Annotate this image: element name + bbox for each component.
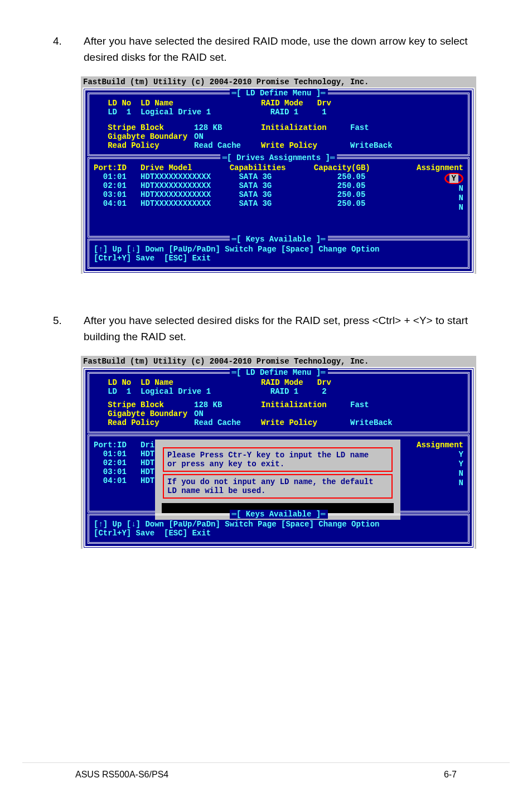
- init-val: Fast: [350, 400, 369, 409]
- instruction-step-4: 4. After you have selected the desired R…: [0, 33, 532, 76]
- ld-define-section: ═[ LD Define Menu ]═ LD No LD Name RAID …: [88, 372, 470, 433]
- ld-define-section: ═[ LD Define Menu ]═ LD No LD Name RAID …: [88, 93, 470, 156]
- drives-header: Port:ID Drive Model Capabilities Capacit…: [94, 163, 463, 172]
- footer-product: ASUS RS500A-S6/PS4: [75, 770, 168, 780]
- raid-value: RAID 1 2: [261, 387, 327, 396]
- write-val: WriteBack: [350, 418, 393, 427]
- step-text: After you have selected desired disks fo…: [84, 313, 479, 345]
- assignment: Y: [417, 460, 463, 469]
- section-title: ═[ Keys Available ]═: [229, 235, 327, 244]
- assignment: N: [417, 194, 463, 203]
- ld-name-prompt-dialog[interactable]: Please Press Ctr-Y key to input the LD n…: [155, 439, 400, 520]
- step-number: 4.: [53, 33, 84, 65]
- ld-header-left: LD No LD Name: [94, 378, 261, 387]
- bios-title: FastBuild (tm) Utility (c) 2004-2010 Pro…: [81, 76, 476, 88]
- read-label: Read Policy: [94, 141, 194, 150]
- drives-section: Port:ID Dri 01:01 HDT 02:01 HDT 03:01 HD…: [88, 434, 470, 513]
- bios-screenshot-2: FastBuild (tm) Utility (c) 2004-2010 Pro…: [81, 356, 476, 549]
- prompt-line: or press any key to exit.: [167, 460, 388, 468]
- keys-line: [↑] Up [↓] Down [PaUp/PaDn] Switch Page …: [94, 245, 463, 254]
- ld-row: LD 1 Logical Drive 1: [94, 108, 261, 117]
- read-label: Read Policy: [94, 418, 194, 427]
- assignment: N: [417, 469, 463, 479]
- gig-label: Gigabyte Boundary: [94, 132, 194, 141]
- keys-line: [↑] Up [↓] Down [PaUp/PaDn] Switch Page …: [94, 520, 463, 529]
- drive-row: 02:01 HDTXXXXXXXXXXXX SATA 3G 250.05: [94, 181, 463, 190]
- ld-header-left: LD No LD Name: [94, 99, 261, 108]
- drives-section: ═[ Drives Assignments ]═ Port:ID Drive M…: [88, 157, 470, 238]
- step-number: 5.: [53, 313, 84, 345]
- section-title: ═[ LD Define Menu ]═: [229, 368, 327, 377]
- init-label: Initialization: [261, 123, 350, 132]
- write-val: WriteBack: [350, 141, 393, 150]
- drive-row: 01:01 HDTXXXXXXXXXXXX SATA 3G 250.05: [94, 172, 463, 181]
- bios-screenshot-1: FastBuild (tm) Utility (c) 2004-2010 Pro…: [81, 76, 476, 274]
- page-footer: ASUS RS500A-S6/PS4 6-7: [22, 762, 510, 780]
- assignment-highlighted[interactable]: Y: [444, 173, 463, 184]
- gig-val: ON: [194, 132, 204, 141]
- instruction-step-5: 5. After you have selected desired disks…: [0, 313, 532, 356]
- keys-section: ═[ Keys Available ]═ [↑] Up [↓] Down [Pa…: [88, 514, 470, 544]
- step-text: After you have selected the desired RAID…: [84, 33, 479, 65]
- gig-label: Gigabyte Boundary: [94, 409, 194, 418]
- init-label: Initialization: [261, 400, 350, 409]
- init-val: Fast: [350, 123, 369, 132]
- stripe-val: 128 KB: [194, 123, 261, 132]
- footer-page: 6-7: [444, 770, 457, 780]
- section-title: ═[ Keys Available ]═: [229, 510, 327, 519]
- drive-row: 04:01 HDTXXXXXXXXXXXX SATA 3G 250.05: [94, 199, 463, 208]
- prompt-line: LD name will be used.: [167, 486, 388, 495]
- write-label: Write Policy: [261, 141, 350, 150]
- stripe-label: Stripe Block: [94, 123, 194, 132]
- raid-value: RAID 1 1: [261, 108, 327, 117]
- read-val: Read Cache: [194, 418, 261, 427]
- assignment: Y: [417, 450, 463, 460]
- read-val: Read Cache: [194, 141, 261, 150]
- section-title: ═[ LD Define Menu ]═: [229, 89, 327, 98]
- stripe-val: 128 KB: [194, 400, 261, 409]
- ld-header-right: RAID Mode Drv: [261, 99, 331, 108]
- assignment: N: [417, 479, 463, 488]
- write-label: Write Policy: [261, 418, 350, 427]
- assignment: N: [417, 203, 463, 212]
- ld-row: LD 1 Logical Drive 1: [94, 387, 261, 396]
- assign-header: Assignment: [417, 441, 463, 450]
- prompt-line: If you do not input any LD name, the def…: [167, 477, 388, 486]
- ld-header-right: RAID Mode Drv: [261, 378, 331, 387]
- gig-val: ON: [194, 409, 204, 418]
- drive-row: 03:01 HDTXXXXXXXXXXXX SATA 3G 250.05: [94, 190, 463, 199]
- keys-section: ═[ Keys Available ]═ [↑] Up [↓] Down [Pa…: [88, 239, 470, 269]
- keys-line: [Ctrl+Y] Save [ESC] Exit: [94, 529, 463, 538]
- stripe-label: Stripe Block: [94, 400, 194, 409]
- prompt-line: Please Press Ctr-Y key to input the LD n…: [167, 451, 388, 460]
- bios-title: FastBuild (tm) Utility (c) 2004-2010 Pro…: [81, 356, 476, 367]
- section-title: ═[ Drives Assignments ]═: [220, 153, 337, 162]
- assignment: N: [417, 184, 463, 194]
- assign-header: Assignment: [417, 163, 463, 173]
- keys-line: [Ctrl+Y] Save [ESC] Exit: [94, 254, 463, 263]
